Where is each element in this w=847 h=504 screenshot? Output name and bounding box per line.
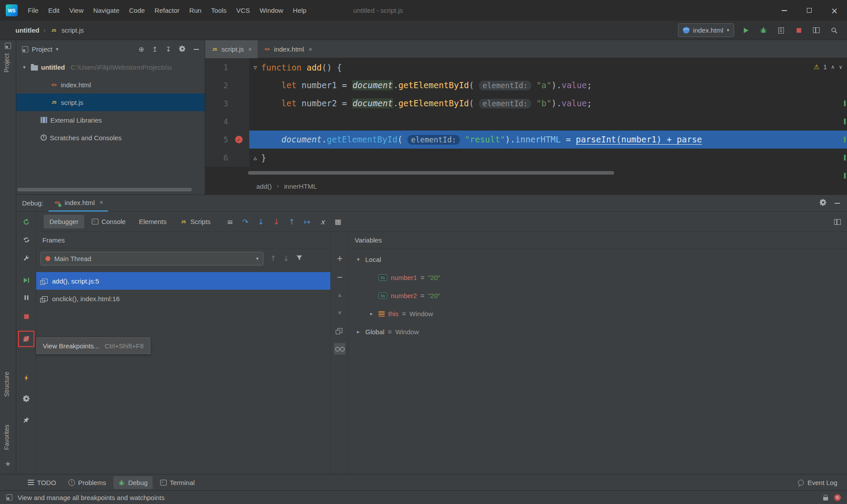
locate-file-icon[interactable]: ⊕	[139, 45, 144, 53]
hamburger-menu-button[interactable]	[223, 215, 236, 228]
rerun-button[interactable]	[20, 216, 33, 228]
chevron-down-icon[interactable]: ▾	[355, 257, 362, 262]
duplicate-button[interactable]	[334, 325, 345, 336]
tree-item-index-html[interactable]: index.html	[16, 76, 205, 93]
next-problem-icon[interactable]: ∨	[839, 64, 843, 70]
fold-open-icon[interactable]: ▿	[249, 63, 261, 71]
variable-row-local[interactable]: ▾Local	[349, 250, 847, 269]
remove-button[interactable]	[334, 271, 345, 283]
lightning-button[interactable]	[20, 371, 33, 384]
menu-vcs[interactable]: VCS	[232, 4, 255, 17]
variable-row-number1[interactable]: 01number1 = "20"	[349, 269, 847, 287]
notification-icon[interactable]	[834, 494, 841, 501]
hide-frames-filter-icon[interactable]	[296, 254, 303, 263]
editor-tab-script-js[interactable]: script.js×	[205, 40, 258, 58]
close-icon[interactable]: ×	[100, 199, 103, 206]
next-frame-icon[interactable]: ↓	[283, 254, 289, 263]
code-line-4[interactable]: 4	[205, 112, 847, 131]
move-down-button[interactable]	[334, 307, 345, 318]
breadcrumb-project[interactable]: untitled	[15, 26, 39, 34]
wrench-button[interactable]	[20, 252, 33, 265]
close-button[interactable]: ×	[822, 0, 847, 21]
resume-button[interactable]	[20, 274, 33, 287]
code-line-2[interactable]: 2 let number1 = document.getElementById(…	[205, 76, 847, 94]
chevron-down-icon[interactable]: ▾	[21, 64, 28, 70]
menu-code[interactable]: Code	[124, 4, 150, 17]
add-button[interactable]	[334, 253, 345, 264]
debug-button[interactable]	[757, 24, 769, 36]
tree-item-script-js[interactable]: script.js	[16, 93, 205, 111]
tool-window-button-debug[interactable]: Debug	[113, 476, 152, 489]
debug-tab-scripts[interactable]: Scripts	[174, 215, 216, 228]
editor-horizontal-scrollbar[interactable]	[248, 171, 614, 175]
menu-tools[interactable]: Tools	[206, 4, 232, 17]
step-into-button[interactable]	[254, 215, 267, 228]
run-to-cursor-button[interactable]	[300, 215, 314, 228]
event-log-button[interactable]: Event Log	[798, 479, 847, 486]
breadcrumb-function[interactable]: add()	[256, 183, 272, 190]
step-out-button[interactable]	[285, 215, 298, 228]
tool-window-button-todo[interactable]: TODO	[23, 476, 61, 489]
close-icon[interactable]: ×	[248, 46, 252, 53]
restore-layout-button[interactable]	[834, 212, 841, 232]
step-over-button[interactable]	[239, 215, 252, 228]
tool-window-button-problems[interactable]: Problems	[64, 476, 111, 489]
menu-navigate[interactable]: Navigate	[88, 4, 124, 17]
chevron-right-icon[interactable]: ▸	[368, 311, 375, 317]
show-watches-button[interactable]	[334, 343, 345, 355]
expand-all-icon[interactable]: ↧	[165, 45, 171, 53]
breadcrumb-member[interactable]: innerHTML	[284, 183, 317, 190]
lock-icon[interactable]	[823, 497, 828, 500]
previous-problem-icon[interactable]: ∧	[831, 64, 835, 70]
project-horizontal-scrollbar[interactable]	[17, 188, 192, 191]
close-icon[interactable]: ×	[308, 46, 312, 53]
stop-button[interactable]	[20, 310, 33, 323]
breakpoint-icon[interactable]	[235, 136, 243, 143]
minimize-button[interactable]	[772, 0, 797, 21]
variable-row-global[interactable]: ▸Global = Window	[349, 323, 847, 341]
chevron-right-icon[interactable]: ▸	[355, 329, 362, 335]
stripe-favorites-label[interactable]: Favorites	[3, 425, 10, 450]
layout-button[interactable]	[810, 24, 822, 36]
view-threads-button[interactable]	[331, 215, 345, 228]
stripe-project-label[interactable]: Project	[3, 53, 10, 73]
debug-tab-console[interactable]: Console	[86, 215, 131, 228]
debug-session-tab[interactable]: index.html ×	[49, 195, 108, 212]
tree-item-scratches-and-consoles[interactable]: Scratches and Consoles	[16, 129, 205, 146]
hide-panel-icon[interactable]	[835, 203, 840, 204]
tree-item-untitled[interactable]: ▾untitledC:\Users\Filip\WebstormProjects…	[16, 58, 205, 76]
force-step-into-button[interactable]	[270, 215, 283, 228]
pin-button[interactable]	[20, 414, 33, 426]
code-line-1[interactable]: 1▿function add() {	[205, 58, 847, 76]
debug-tab-elements[interactable]: Elements	[133, 215, 172, 228]
coverage-button[interactable]	[775, 24, 787, 36]
maximize-button[interactable]	[797, 0, 822, 21]
variable-row-number2[interactable]: 01number2 = "20"	[349, 287, 847, 305]
stripe-structure-label[interactable]: Structure	[3, 372, 10, 397]
variable-row-this[interactable]: ▸this = Window	[349, 305, 847, 323]
run-button[interactable]	[740, 24, 752, 36]
menu-view[interactable]: View	[64, 4, 88, 17]
settings-button[interactable]	[20, 392, 33, 405]
chevron-down-icon[interactable]: ▾	[56, 46, 59, 52]
previous-frame-icon[interactable]: ↑	[270, 254, 276, 263]
code-line-6[interactable]: 6▵}	[205, 149, 847, 167]
menu-run[interactable]: Run	[184, 4, 206, 17]
frame-row[interactable]: add(), script.js:5	[36, 272, 330, 290]
inspection-widget[interactable]: ⚠ 1 ∧ ∨	[813, 63, 843, 71]
view-breakpoints-button[interactable]	[18, 331, 34, 347]
settings-gear-icon[interactable]	[179, 45, 186, 53]
tool-window-switcher-icon[interactable]	[6, 494, 12, 500]
menu-file[interactable]: File	[23, 4, 43, 17]
breadcrumb-file[interactable]: script.js	[61, 26, 84, 34]
favorites-star-icon[interactable]: ★	[5, 460, 11, 468]
tool-window-button-terminal[interactable]: Terminal	[155, 476, 200, 489]
move-up-button[interactable]	[334, 289, 345, 300]
hide-panel-icon[interactable]	[194, 49, 199, 50]
menu-edit[interactable]: Edit	[43, 4, 64, 17]
stop-button[interactable]	[793, 24, 805, 36]
tree-item-external-libraries[interactable]: External Libraries	[16, 111, 205, 129]
menu-window[interactable]: Window	[255, 4, 288, 17]
sync-button[interactable]	[20, 233, 33, 246]
debug-settings-gear-icon[interactable]	[820, 199, 827, 207]
